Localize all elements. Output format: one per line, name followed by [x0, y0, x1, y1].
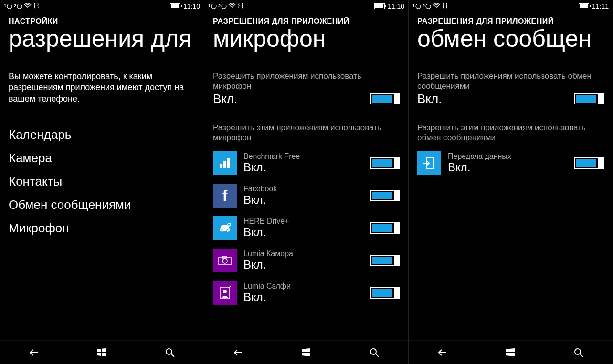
screen-settings: 1 2 11:10 НАСТРОЙКИ разрешения для Вы мо… [0, 0, 204, 364]
app-icon: f [213, 184, 237, 208]
sim2-icon: 2 [423, 3, 431, 9]
svg-line-4 [171, 354, 174, 357]
svg-point-1 [17, 4, 22, 9]
sim1-icon: 1 [208, 3, 217, 9]
svg-rect-16 [222, 256, 226, 258]
wifi-icon [24, 2, 32, 10]
clock: 11:10 [388, 2, 404, 10]
master-toggle-label: Разрешить приложениям использовать микро… [213, 71, 400, 92]
app-row: fFacebookВкл. [213, 184, 400, 208]
svg-point-2 [27, 7, 28, 8]
page-title: разрешения для [9, 26, 195, 52]
app-toggle-value: Вкл. [243, 226, 363, 239]
status-bar: 1 2 11:10 [0, 0, 204, 12]
app-toggle[interactable] [370, 255, 400, 266]
sim1-icon: 1 [4, 3, 12, 9]
page-title: обмен сообщен [417, 26, 604, 52]
svg-rect-8 [220, 164, 222, 168]
sim2-icon: 2 [218, 3, 227, 9]
screen-microphone: 1 2 11:10 РАЗРЕШЕНИЯ ДЛЯ ПРИЛОЖЕНИЙ микр… [204, 0, 409, 364]
nav-bar [409, 340, 613, 364]
app-toggle-value: Вкл. [243, 193, 363, 207]
app-icon [213, 151, 237, 175]
breadcrumb: НАСТРОЙКИ [9, 17, 195, 26]
back-button[interactable] [224, 343, 253, 362]
app-toggle-value: Вкл. [243, 161, 363, 174]
apps-list-label: Разрешить этим приложениям использовать … [213, 123, 400, 143]
permission-item-calendar[interactable]: Календарь [9, 127, 195, 142]
svg-point-20 [370, 349, 376, 354]
app-icon [417, 151, 441, 175]
battery-icon [170, 3, 180, 9]
app-toggle[interactable] [370, 287, 400, 299]
vibrate-icon [33, 2, 40, 10]
master-toggle[interactable] [574, 93, 604, 104]
app-toggle-value: Вкл. [448, 161, 568, 174]
svg-point-26 [575, 349, 581, 354]
svg-rect-9 [223, 161, 226, 168]
master-toggle[interactable] [370, 93, 400, 104]
back-button[interactable] [20, 343, 48, 362]
app-toggle-value: Вкл. [243, 258, 363, 271]
nav-bar [0, 340, 204, 364]
svg-point-7 [232, 7, 233, 8]
app-row: +HERE Drive+Вкл. [213, 216, 400, 240]
permission-list: Календарь Камера Контакты Обмен сообщени… [9, 127, 195, 236]
app-name: HERE Drive+ [243, 217, 363, 226]
master-toggle-block: Разрешить приложениям использовать микро… [213, 71, 400, 106]
svg-point-19 [223, 290, 227, 293]
app-toggle[interactable] [370, 190, 400, 201]
svg-point-3 [166, 349, 172, 354]
master-toggle-block: Разрешить приложениям использовать обмен… [417, 71, 604, 106]
svg-rect-10 [227, 158, 230, 168]
app-name: Lumia Камера [243, 250, 363, 258]
app-row: Lumia КамераВкл. [213, 249, 400, 272]
start-button[interactable] [496, 343, 525, 362]
svg-point-23 [426, 4, 431, 9]
svg-point-22 [416, 4, 421, 9]
start-button[interactable] [87, 343, 116, 362]
svg-point-11 [221, 230, 223, 232]
svg-point-24 [436, 7, 437, 8]
sim1-icon: 1 [412, 3, 421, 9]
app-row: Lumia СэлфиВкл. [213, 281, 400, 305]
screen-messaging: 1 2 11:11 РАЗРЕШЕНИЯ ДЛЯ ПРИЛОЖЕНИЙ обме… [409, 0, 613, 364]
master-toggle-label: Разрешить приложениям использовать обмен… [417, 71, 604, 92]
search-button[interactable] [156, 343, 184, 362]
nav-bar [204, 340, 408, 364]
app-icon [213, 281, 237, 305]
breadcrumb: РАЗРЕШЕНИЯ ДЛЯ ПРИЛОЖЕНИЙ [213, 17, 400, 26]
permission-item-messaging[interactable]: Обмен сообщениями [9, 198, 195, 212]
app-row: Benchmark FreeВкл. [213, 151, 400, 175]
svg-point-0 [7, 4, 12, 9]
app-icon [213, 249, 237, 272]
app-toggle[interactable] [574, 157, 604, 169]
app-name: Lumia Сэлфи [243, 282, 363, 291]
page-title: микрофон [213, 26, 400, 52]
battery-icon [579, 3, 589, 9]
app-toggle[interactable] [370, 222, 400, 234]
back-button[interactable] [428, 343, 457, 362]
svg-line-27 [580, 354, 583, 357]
status-bar: 1 2 11:11 [409, 0, 613, 12]
app-toggle[interactable] [370, 157, 400, 169]
permission-item-microphone[interactable]: Микрофон [9, 221, 195, 236]
svg-point-12 [227, 230, 229, 232]
apps-list-label: Разрешить этим приложениям использовать … [417, 123, 604, 143]
clock: 11:10 [183, 2, 200, 10]
app-icon: + [213, 216, 237, 240]
search-button[interactable] [360, 343, 389, 362]
wifi-icon [433, 2, 440, 10]
vibrate-icon [442, 2, 448, 10]
search-button[interactable] [564, 343, 593, 362]
intro-text: Вы можете контролировать, к каким разреш… [9, 71, 195, 104]
app-name: Benchmark Free [243, 152, 363, 161]
app-toggle-value: Вкл. [243, 291, 363, 304]
permission-item-contacts[interactable]: Контакты [9, 174, 195, 189]
app-name: Facebook [243, 185, 363, 193]
start-button[interactable] [292, 343, 320, 362]
status-bar: 1 2 11:10 [204, 0, 408, 12]
svg-text:+: + [228, 224, 230, 227]
clock: 11:11 [592, 2, 609, 10]
permission-item-camera[interactable]: Камера [9, 151, 195, 166]
